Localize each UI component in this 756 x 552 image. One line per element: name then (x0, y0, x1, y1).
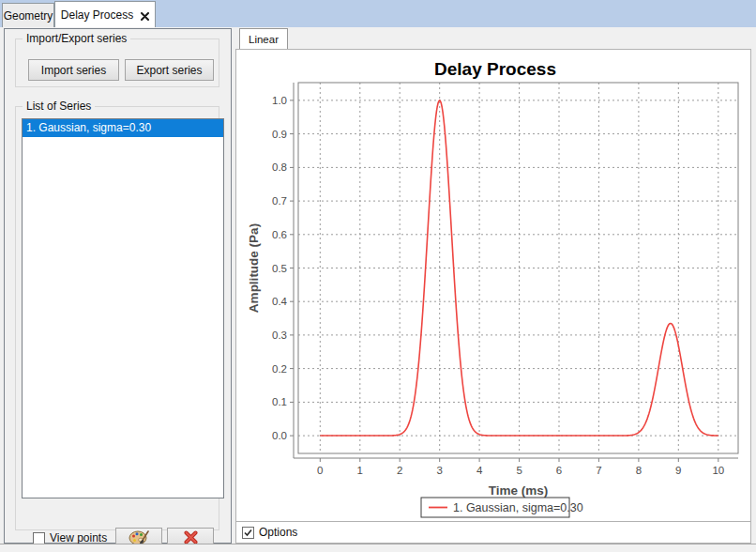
delay-process-chart: Delay Process0123456789100.00.10.20.30.4… (242, 53, 748, 519)
svg-text:0.2: 0.2 (272, 363, 287, 375)
svg-text:1. Gaussian, sigma=0.30: 1. Gaussian, sigma=0.30 (453, 501, 583, 514)
svg-text:0.5: 0.5 (272, 263, 287, 274)
svg-text:0: 0 (317, 465, 323, 476)
svg-text:0.7: 0.7 (272, 195, 287, 207)
tab-geometry[interactable]: Geometry (2, 3, 54, 27)
svg-text:9: 9 (675, 465, 681, 476)
view-points-checkbox[interactable]: View points (33, 531, 107, 544)
svg-text:0.4: 0.4 (272, 296, 288, 307)
document-tabstrip: Geometry Delay Process (0, 0, 756, 27)
svg-text:Delay Process: Delay Process (434, 59, 556, 79)
export-series-button[interactable]: Export series (125, 59, 214, 81)
series-list-item[interactable]: 1. Gaussian, sigma=0.30 (23, 119, 223, 137)
svg-text:5: 5 (516, 465, 522, 476)
options-label: Options (259, 526, 297, 539)
list-of-series-group: List of Series 1. Gaussian, sigma=0.30 V… (15, 106, 219, 530)
svg-text:0.1: 0.1 (272, 396, 287, 407)
import-series-button[interactable]: Import series (28, 59, 119, 81)
svg-text:7: 7 (596, 465, 601, 476)
svg-text:0.3: 0.3 (272, 330, 287, 341)
list-of-series-group-title: List of Series (23, 100, 95, 113)
svg-text:10: 10 (712, 465, 724, 476)
options-checkbox[interactable]: Options (242, 526, 297, 539)
chart-panel: Linear Delay Process0123456789100.00.10.… (235, 28, 751, 544)
svg-text:8: 8 (636, 465, 642, 476)
svg-text:0.8: 0.8 (272, 161, 287, 173)
app-window: Geometry Delay Process Import/Export ser… (0, 0, 756, 552)
bottom-strip (0, 544, 756, 552)
svg-text:4: 4 (476, 465, 483, 476)
svg-text:Time (ms): Time (ms) (489, 483, 549, 498)
series-list[interactable]: 1. Gaussian, sigma=0.30 (22, 118, 224, 498)
svg-text:1.0: 1.0 (272, 95, 287, 106)
options-checkbox-box[interactable] (242, 527, 254, 539)
svg-text:3: 3 (436, 465, 442, 476)
tab-delay-process-label: Delay Process (61, 8, 133, 22)
svg-text:0.0: 0.0 (272, 430, 287, 441)
svg-text:2: 2 (397, 465, 402, 476)
svg-text:0.9: 0.9 (272, 129, 287, 140)
import-export-group-title: Import/Export series (23, 32, 130, 45)
view-points-label: View points (50, 531, 107, 544)
tab-geometry-label: Geometry (4, 9, 53, 23)
svg-text:0.6: 0.6 (272, 229, 287, 240)
tab-linear[interactable]: Linear (239, 28, 288, 50)
series-panel: Import/Export series Import series Expor… (4, 28, 232, 544)
options-row: Options (235, 522, 751, 544)
svg-text:Amplitude (Pa): Amplitude (Pa) (247, 223, 261, 313)
close-icon[interactable] (141, 10, 149, 19)
chart-page: Delay Process0123456789100.00.10.20.30.4… (235, 49, 751, 522)
tab-linear-label: Linear (249, 34, 279, 45)
tab-delay-process[interactable]: Delay Process (54, 1, 156, 27)
import-export-group: Import/Export series Import series Expor… (15, 38, 219, 87)
svg-text:6: 6 (556, 465, 562, 476)
view-points-checkbox-box[interactable] (33, 532, 45, 544)
svg-text:1: 1 (357, 465, 363, 476)
chart: Delay Process0123456789100.00.10.20.30.4… (242, 53, 748, 519)
